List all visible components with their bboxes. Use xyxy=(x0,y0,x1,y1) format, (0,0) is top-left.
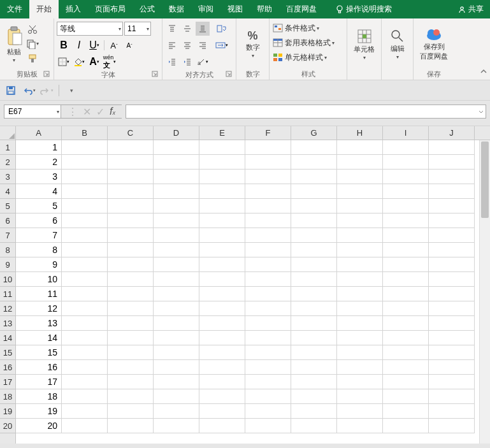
align-right-button[interactable] xyxy=(196,38,210,52)
dialog-launcher-icon[interactable] xyxy=(43,71,51,78)
cell[interactable] xyxy=(108,375,154,389)
cell[interactable] xyxy=(429,419,475,433)
cell[interactable]: 4 xyxy=(16,184,62,199)
cell[interactable] xyxy=(199,199,245,213)
editing-button[interactable]: 编辑 ▾ xyxy=(384,20,410,68)
row-header[interactable]: 20 xyxy=(0,419,15,433)
row-header[interactable]: 9 xyxy=(0,257,15,272)
column-header[interactable]: B xyxy=(62,126,108,140)
tab-tell-me[interactable]: 操作说明搜索 xyxy=(329,0,399,18)
conditional-format-button[interactable]: 条件格式▾ xyxy=(272,21,344,35)
fx-button[interactable]: fx xyxy=(110,106,115,117)
formula-input[interactable] xyxy=(126,105,486,119)
phonetic-button[interactable]: wén文▾ xyxy=(103,55,117,69)
cell[interactable] xyxy=(291,360,337,375)
cell[interactable]: 5 xyxy=(16,199,62,213)
cell[interactable] xyxy=(291,155,337,170)
cell[interactable] xyxy=(154,345,199,360)
cell[interactable] xyxy=(154,199,199,213)
dialog-launcher-icon[interactable] xyxy=(152,71,159,78)
cell[interactable] xyxy=(383,419,429,433)
cell[interactable] xyxy=(154,170,199,184)
cell[interactable]: 2 xyxy=(16,155,62,170)
cell[interactable] xyxy=(245,331,291,345)
tab-review[interactable]: 审阅 xyxy=(191,0,220,18)
cell[interactable]: 8 xyxy=(16,243,62,257)
cell[interactable] xyxy=(291,316,337,331)
cell[interactable] xyxy=(245,140,291,155)
row-header[interactable]: 8 xyxy=(0,243,15,257)
number-format-button[interactable]: % 数字 ▾ xyxy=(239,20,266,68)
cell[interactable] xyxy=(291,331,337,345)
cell[interactable] xyxy=(291,375,337,389)
cell[interactable] xyxy=(337,243,383,257)
cell[interactable] xyxy=(291,404,337,419)
row-header[interactable]: 18 xyxy=(0,389,15,404)
cell[interactable] xyxy=(199,228,245,243)
cell[interactable] xyxy=(429,199,475,213)
cell[interactable] xyxy=(291,199,337,213)
cell[interactable] xyxy=(291,389,337,404)
tab-page-layout[interactable]: 页面布局 xyxy=(88,0,133,18)
cell[interactable] xyxy=(62,170,108,184)
cell[interactable] xyxy=(154,331,199,345)
cell[interactable] xyxy=(429,213,475,228)
cell[interactable] xyxy=(337,360,383,375)
cells-area[interactable]: 1234567891011121314151617181920 xyxy=(16,140,490,444)
cell[interactable] xyxy=(383,243,429,257)
align-top-button[interactable] xyxy=(165,22,179,36)
cell[interactable] xyxy=(337,404,383,419)
cell[interactable] xyxy=(108,404,154,419)
tab-view[interactable]: 视图 xyxy=(220,0,250,18)
increase-font-button[interactable]: Aˆ xyxy=(107,38,121,52)
paste-button[interactable]: 粘贴 ▾ xyxy=(3,20,25,68)
expand-formula-bar-button[interactable] xyxy=(477,105,486,119)
align-middle-button[interactable] xyxy=(180,22,194,36)
cell[interactable] xyxy=(108,360,154,375)
font-color-button[interactable]: A▾ xyxy=(87,55,101,69)
cell[interactable] xyxy=(429,389,475,404)
row-header[interactable]: 5 xyxy=(0,199,15,213)
cell[interactable] xyxy=(429,257,475,272)
cell[interactable] xyxy=(154,228,199,243)
cell[interactable] xyxy=(245,272,291,287)
column-header[interactable]: G xyxy=(291,126,337,140)
cell[interactable] xyxy=(245,345,291,360)
italic-button[interactable]: I xyxy=(72,38,86,52)
cell[interactable] xyxy=(62,389,108,404)
cut-button[interactable] xyxy=(25,22,40,36)
cell[interactable] xyxy=(291,345,337,360)
cell[interactable] xyxy=(199,155,245,170)
cell[interactable] xyxy=(383,155,429,170)
cell[interactable] xyxy=(337,301,383,316)
cell[interactable] xyxy=(383,257,429,272)
cell[interactable] xyxy=(199,360,245,375)
cell[interactable]: 18 xyxy=(16,389,62,404)
cell[interactable] xyxy=(245,213,291,228)
align-center-button[interactable] xyxy=(180,38,194,52)
copy-button[interactable]: ▾ xyxy=(25,37,40,51)
dialog-launcher-icon[interactable] xyxy=(226,71,233,78)
row-header[interactable]: 3 xyxy=(0,170,15,184)
cell[interactable] xyxy=(291,170,337,184)
column-header[interactable]: A xyxy=(16,126,62,140)
cell[interactable]: 15 xyxy=(16,345,62,360)
tab-formulas[interactable]: 公式 xyxy=(133,0,162,18)
cell[interactable] xyxy=(62,155,108,170)
cell[interactable] xyxy=(429,301,475,316)
cancel-formula-button[interactable]: ✕ xyxy=(83,106,91,118)
cell[interactable] xyxy=(337,140,383,155)
row-header[interactable]: 17 xyxy=(0,375,15,389)
redo-button[interactable]: ▾ xyxy=(40,83,54,98)
cell[interactable] xyxy=(291,184,337,199)
cell[interactable] xyxy=(62,184,108,199)
cell[interactable] xyxy=(245,389,291,404)
cell[interactable] xyxy=(383,301,429,316)
row-header[interactable]: 1 xyxy=(0,140,15,155)
cell[interactable] xyxy=(199,184,245,199)
tab-insert[interactable]: 插入 xyxy=(59,0,88,18)
tab-file[interactable]: 文件 xyxy=(0,0,29,18)
cell[interactable] xyxy=(154,316,199,331)
decrease-indent-button[interactable] xyxy=(165,55,179,69)
row-header[interactable]: 14 xyxy=(0,331,15,345)
